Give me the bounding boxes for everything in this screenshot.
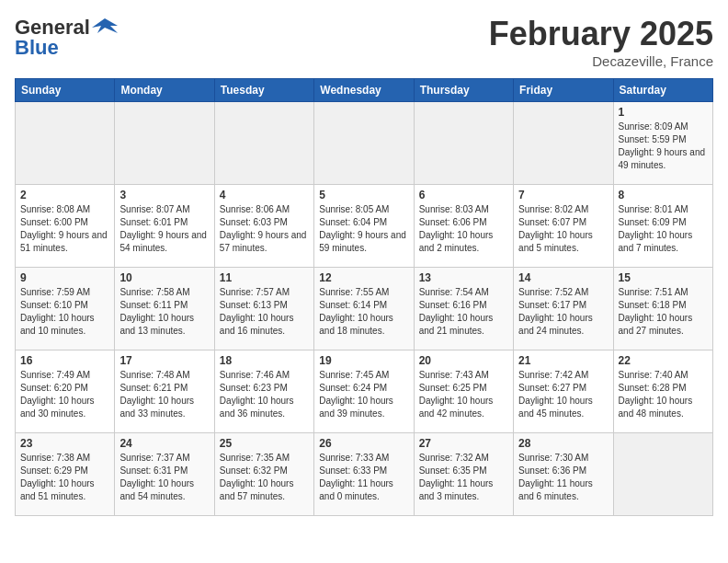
day-info: Sunrise: 8:06 AM Sunset: 6:03 PM Dayligh… <box>220 203 309 255</box>
day-number: 11 <box>220 271 309 284</box>
calendar-cell: 17Sunrise: 7:48 AM Sunset: 6:21 PM Dayli… <box>115 350 214 433</box>
calendar-cell: 21Sunrise: 7:42 AM Sunset: 6:27 PM Dayli… <box>514 350 613 433</box>
calendar-cell: 27Sunrise: 7:32 AM Sunset: 6:35 PM Dayli… <box>414 433 513 516</box>
weekday-header-friday: Friday <box>514 79 613 102</box>
calendar-cell <box>613 433 712 516</box>
logo-bird-icon <box>92 15 118 40</box>
day-number: 28 <box>518 437 608 450</box>
weekday-header-saturday: Saturday <box>613 79 712 102</box>
title-block: February 2025 Decazeville, France <box>489 15 713 69</box>
week-row-5: 23Sunrise: 7:38 AM Sunset: 6:29 PM Dayli… <box>16 433 713 516</box>
calendar-cell: 10Sunrise: 7:58 AM Sunset: 6:11 PM Dayli… <box>115 268 214 350</box>
weekday-header-thursday: Thursday <box>414 79 513 102</box>
day-number: 13 <box>419 271 508 284</box>
calendar-cell <box>115 102 214 185</box>
calendar-cell: 26Sunrise: 7:33 AM Sunset: 6:33 PM Dayli… <box>314 433 414 516</box>
calendar-table: SundayMondayTuesdayWednesdayThursdayFrid… <box>15 78 713 516</box>
day-number: 9 <box>20 271 109 284</box>
day-info: Sunrise: 7:55 AM Sunset: 6:14 PM Dayligh… <box>319 286 408 338</box>
calendar-cell <box>314 102 414 185</box>
week-row-3: 9Sunrise: 7:59 AM Sunset: 6:10 PM Daylig… <box>16 268 713 350</box>
calendar-cell: 14Sunrise: 7:52 AM Sunset: 6:17 PM Dayli… <box>514 268 613 350</box>
weekday-header-sunday: Sunday <box>16 79 115 102</box>
weekday-header-tuesday: Tuesday <box>214 79 313 102</box>
page-header: General Blue February 2025 Decazeville, … <box>15 15 713 69</box>
day-number: 25 <box>220 437 309 450</box>
day-info: Sunrise: 7:49 AM Sunset: 6:20 PM Dayligh… <box>20 369 109 420</box>
day-info: Sunrise: 8:07 AM Sunset: 6:01 PM Dayligh… <box>119 203 209 255</box>
weekday-header-row: SundayMondayTuesdayWednesdayThursdayFrid… <box>16 79 713 102</box>
day-info: Sunrise: 7:32 AM Sunset: 6:35 PM Dayligh… <box>419 452 508 503</box>
calendar-cell: 16Sunrise: 7:49 AM Sunset: 6:20 PM Dayli… <box>16 350 115 433</box>
day-number: 14 <box>518 271 608 284</box>
day-number: 18 <box>220 354 309 367</box>
calendar-cell: 22Sunrise: 7:40 AM Sunset: 6:28 PM Dayli… <box>613 350 712 433</box>
calendar-cell: 6Sunrise: 8:03 AM Sunset: 6:06 PM Daylig… <box>414 185 513 268</box>
day-number: 12 <box>319 271 408 284</box>
day-info: Sunrise: 7:51 AM Sunset: 6:18 PM Dayligh… <box>619 286 708 338</box>
day-number: 22 <box>619 354 708 367</box>
day-info: Sunrise: 7:45 AM Sunset: 6:24 PM Dayligh… <box>319 369 408 420</box>
calendar-cell: 2Sunrise: 8:08 AM Sunset: 6:00 PM Daylig… <box>16 185 115 268</box>
calendar-cell: 18Sunrise: 7:46 AM Sunset: 6:23 PM Dayli… <box>214 350 313 433</box>
calendar-cell: 8Sunrise: 8:01 AM Sunset: 6:09 PM Daylig… <box>613 185 712 268</box>
day-info: Sunrise: 8:01 AM Sunset: 6:09 PM Dayligh… <box>619 203 708 255</box>
calendar-cell: 3Sunrise: 8:07 AM Sunset: 6:01 PM Daylig… <box>115 185 214 268</box>
day-info: Sunrise: 7:48 AM Sunset: 6:21 PM Dayligh… <box>119 369 209 420</box>
week-row-1: 1Sunrise: 8:09 AM Sunset: 5:59 PM Daylig… <box>16 102 713 185</box>
day-info: Sunrise: 7:37 AM Sunset: 6:31 PM Dayligh… <box>119 452 209 503</box>
day-number: 17 <box>119 354 209 367</box>
day-number: 26 <box>319 437 408 450</box>
day-info: Sunrise: 8:02 AM Sunset: 6:07 PM Dayligh… <box>518 203 608 255</box>
day-number: 16 <box>20 354 109 367</box>
calendar-cell: 12Sunrise: 7:55 AM Sunset: 6:14 PM Dayli… <box>314 268 414 350</box>
day-number: 3 <box>119 189 209 201</box>
calendar-cell: 15Sunrise: 7:51 AM Sunset: 6:18 PM Dayli… <box>613 268 712 350</box>
day-number: 27 <box>419 437 508 450</box>
calendar-cell <box>214 102 313 185</box>
weekday-header-wednesday: Wednesday <box>314 79 414 102</box>
day-info: Sunrise: 7:52 AM Sunset: 6:17 PM Dayligh… <box>518 286 608 338</box>
calendar-cell: 20Sunrise: 7:43 AM Sunset: 6:25 PM Dayli… <box>414 350 513 433</box>
day-number: 21 <box>518 354 608 367</box>
calendar-cell <box>514 102 613 185</box>
day-number: 7 <box>518 189 608 201</box>
calendar-cell: 25Sunrise: 7:35 AM Sunset: 6:32 PM Dayli… <box>214 433 313 516</box>
day-info: Sunrise: 8:08 AM Sunset: 6:00 PM Dayligh… <box>20 203 109 255</box>
location: Decazeville, France <box>489 53 713 69</box>
day-number: 5 <box>319 189 408 201</box>
calendar-cell: 13Sunrise: 7:54 AM Sunset: 6:16 PM Dayli… <box>414 268 513 350</box>
day-info: Sunrise: 7:46 AM Sunset: 6:23 PM Dayligh… <box>220 369 309 420</box>
day-number: 4 <box>220 189 309 201</box>
day-info: Sunrise: 7:40 AM Sunset: 6:28 PM Dayligh… <box>619 369 708 420</box>
day-number: 1 <box>619 106 708 119</box>
calendar-cell: 9Sunrise: 7:59 AM Sunset: 6:10 PM Daylig… <box>16 268 115 350</box>
day-number: 2 <box>20 189 109 201</box>
day-number: 8 <box>619 189 708 201</box>
day-info: Sunrise: 7:38 AM Sunset: 6:29 PM Dayligh… <box>20 452 109 503</box>
calendar-cell <box>414 102 513 185</box>
weekday-header-monday: Monday <box>115 79 214 102</box>
day-number: 6 <box>419 189 508 201</box>
day-number: 20 <box>419 354 508 367</box>
day-info: Sunrise: 7:59 AM Sunset: 6:10 PM Dayligh… <box>20 286 109 338</box>
day-info: Sunrise: 7:35 AM Sunset: 6:32 PM Dayligh… <box>220 452 309 503</box>
day-number: 19 <box>319 354 408 367</box>
calendar-cell: 7Sunrise: 8:02 AM Sunset: 6:07 PM Daylig… <box>514 185 613 268</box>
calendar-cell: 24Sunrise: 7:37 AM Sunset: 6:31 PM Dayli… <box>115 433 214 516</box>
day-number: 15 <box>619 271 708 284</box>
day-info: Sunrise: 7:33 AM Sunset: 6:33 PM Dayligh… <box>319 452 408 503</box>
logo: General Blue <box>15 15 118 59</box>
month-title: February 2025 <box>489 15 713 53</box>
day-info: Sunrise: 8:09 AM Sunset: 5:59 PM Dayligh… <box>619 121 708 172</box>
svg-marker-0 <box>92 18 118 33</box>
day-info: Sunrise: 8:03 AM Sunset: 6:06 PM Dayligh… <box>419 203 508 255</box>
calendar-cell: 4Sunrise: 8:06 AM Sunset: 6:03 PM Daylig… <box>214 185 313 268</box>
day-info: Sunrise: 7:42 AM Sunset: 6:27 PM Dayligh… <box>518 369 608 420</box>
calendar-cell: 1Sunrise: 8:09 AM Sunset: 5:59 PM Daylig… <box>613 102 712 185</box>
day-info: Sunrise: 7:58 AM Sunset: 6:11 PM Dayligh… <box>119 286 209 338</box>
day-info: Sunrise: 7:30 AM Sunset: 6:36 PM Dayligh… <box>518 452 608 503</box>
day-number: 23 <box>20 437 109 450</box>
day-info: Sunrise: 7:54 AM Sunset: 6:16 PM Dayligh… <box>419 286 508 338</box>
calendar-cell: 11Sunrise: 7:57 AM Sunset: 6:13 PM Dayli… <box>214 268 313 350</box>
